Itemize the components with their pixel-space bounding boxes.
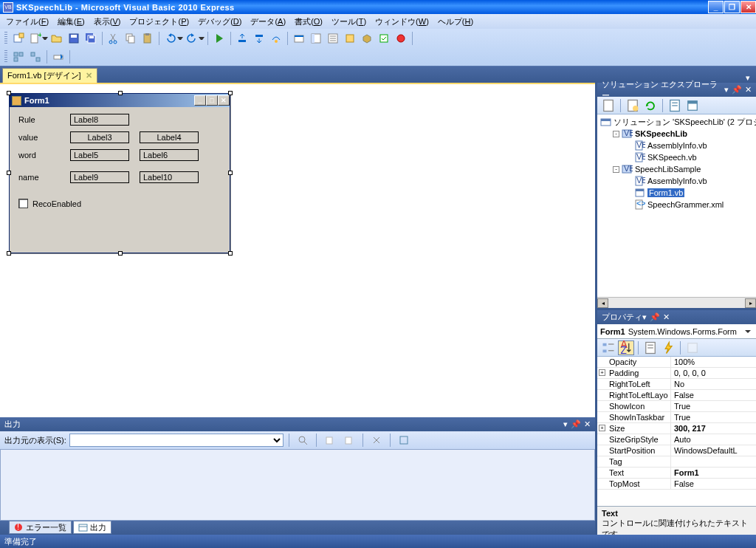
- tree-item[interactable]: -VBSKSpeechLib: [600, 128, 753, 140]
- pin-icon[interactable]: 📌: [732, 85, 742, 95]
- horizontal-scrollbar[interactable]: ◂ ▸: [597, 297, 756, 308]
- resize-handle[interactable]: [7, 251, 11, 256]
- view-designer-button[interactable]: [684, 98, 701, 113]
- close-button[interactable]: ✕: [740, 1, 756, 13]
- tree-expander[interactable]: -: [613, 131, 619, 137]
- menu-表示[interactable]: 表示(V): [89, 15, 126, 29]
- properties-button[interactable]: [325, 30, 341, 47]
- tab-overflow-icon[interactable]: ▾: [746, 73, 750, 83]
- form-label-control[interactable]: Label10: [140, 171, 199, 183]
- property-value[interactable]: 300, 217: [671, 423, 756, 434]
- solution-explorer-button[interactable]: [308, 30, 324, 47]
- object-browser-button[interactable]: [342, 30, 358, 47]
- property-row[interactable]: +Padding0, 0, 0, 0: [597, 368, 756, 379]
- paste-button[interactable]: [140, 30, 156, 47]
- form-designer-surface[interactable]: Form1 _ □ ✕ RuleLabel8valueLabel3Label4w…: [0, 83, 595, 417]
- toolbox-button[interactable]: [359, 30, 375, 47]
- new-project-button[interactable]: [10, 30, 27, 47]
- form-label-control[interactable]: Label3: [70, 131, 129, 143]
- close-icon[interactable]: ✕: [584, 419, 591, 429]
- menu-データ[interactable]: データ(A): [246, 15, 290, 29]
- form-client-area[interactable]: RuleLabel8valueLabel3Label4wordLabel5Lab…: [10, 107, 230, 214]
- properties-object-selector[interactable]: Form1 System.Windows.Forms.Form: [597, 324, 756, 339]
- form-checkbox-row[interactable]: RecoEnabled: [18, 199, 221, 208]
- property-value[interactable]: False: [671, 390, 756, 400]
- form-label-control[interactable]: Label5: [70, 149, 129, 161]
- checkbox[interactable]: [18, 199, 28, 208]
- view-code-button[interactable]: [667, 98, 683, 113]
- form-label[interactable]: name: [18, 173, 70, 182]
- resize-handle[interactable]: [118, 91, 123, 95]
- properties-button[interactable]: [600, 98, 616, 113]
- form-label-control[interactable]: Label9: [70, 171, 129, 183]
- scroll-left-button[interactable]: ◂: [597, 298, 608, 308]
- property-value[interactable]: No: [671, 379, 756, 389]
- property-value[interactable]: Auto: [671, 434, 756, 445]
- property-row[interactable]: RightToLeftLayoFalse: [597, 390, 756, 401]
- add-item-button[interactable]: +: [27, 30, 44, 47]
- tree-item[interactable]: <>SpeechGrammer.xml: [600, 199, 753, 210]
- maximize-button[interactable]: ❐: [724, 1, 740, 13]
- property-value[interactable]: False: [671, 479, 756, 489]
- close-icon[interactable]: ✕: [745, 85, 752, 95]
- menu-書式[interactable]: 書式(O): [290, 15, 327, 29]
- step-into-button[interactable]: [251, 30, 267, 47]
- close-tab-icon[interactable]: ✕: [86, 71, 92, 81]
- output-text-area[interactable]: [0, 449, 595, 521]
- property-value[interactable]: WindowsDefaultL: [671, 445, 756, 456]
- start-debug-button[interactable]: [211, 30, 227, 47]
- find-button[interactable]: [291, 30, 307, 47]
- properties-grid[interactable]: Opacity100%+Padding0, 0, 0, 0RightToLeft…: [597, 357, 756, 506]
- redo-button[interactable]: [184, 30, 200, 47]
- dropdown-caret-icon[interactable]: [177, 37, 183, 40]
- property-expander[interactable]: +: [599, 369, 605, 376]
- form-label-control[interactable]: Label8: [70, 114, 129, 126]
- align-grid-button[interactable]: [10, 49, 27, 65]
- tab-order-button[interactable]: [50, 49, 66, 65]
- tree-item[interactable]: -VBSpeechLibSample: [600, 163, 753, 175]
- form-label[interactable]: word: [18, 151, 70, 160]
- resize-handle[interactable]: [228, 171, 233, 175]
- pin-icon[interactable]: 📌: [650, 312, 660, 322]
- tree-item[interactable]: ソリューション 'SKSpeechLib' (2 プロジェクト): [600, 116, 753, 128]
- property-row[interactable]: RightToLeftNo: [597, 379, 756, 390]
- resize-handle[interactable]: [228, 91, 233, 95]
- tab-output[interactable]: 出力: [73, 521, 111, 534]
- resize-handle[interactable]: [7, 91, 11, 95]
- property-row[interactable]: +Size300, 217: [597, 423, 756, 434]
- undo-button[interactable]: [162, 30, 179, 47]
- property-value[interactable]: True: [671, 412, 756, 422]
- resize-handle[interactable]: [118, 251, 123, 256]
- solution-explorer-header[interactable]: ソリューション エクスプローラー ▾ 📌 ✕: [597, 83, 756, 97]
- output-prev-button[interactable]: [322, 432, 338, 448]
- tree-item[interactable]: Form1.vb: [600, 187, 753, 199]
- extension-button[interactable]: [393, 30, 409, 47]
- form-label-control[interactable]: Label4: [140, 131, 199, 143]
- output-source-select[interactable]: [69, 434, 284, 447]
- property-row[interactable]: SizeGripStyleAuto: [597, 434, 756, 445]
- properties-button[interactable]: [642, 340, 659, 355]
- scroll-right-button[interactable]: ▸: [745, 298, 756, 308]
- toolbar-grip[interactable]: [4, 50, 7, 64]
- pin-icon[interactable]: 📌: [571, 419, 581, 429]
- resize-handle[interactable]: [228, 251, 233, 256]
- save-all-button[interactable]: [83, 30, 99, 47]
- output-clear-button[interactable]: [368, 432, 385, 448]
- tab-error-list[interactable]: ! エラー一覧: [9, 521, 72, 534]
- property-value[interactable]: True: [671, 401, 756, 411]
- form-label[interactable]: Rule: [18, 115, 70, 124]
- events-button[interactable]: [660, 340, 676, 355]
- property-row[interactable]: StartPositionWindowsDefaultL: [597, 445, 756, 456]
- toolbar-grip[interactable]: [4, 32, 7, 45]
- save-button[interactable]: [66, 30, 82, 47]
- form-label-control[interactable]: Label6: [140, 149, 199, 161]
- menu-ツール[interactable]: ツール(T): [327, 15, 371, 29]
- dropdown-caret-icon[interactable]: [199, 37, 205, 40]
- open-button[interactable]: [49, 30, 65, 47]
- property-value[interactable]: Form1: [671, 467, 756, 478]
- property-expander[interactable]: +: [599, 425, 605, 431]
- property-row[interactable]: TopMostFalse: [597, 479, 756, 490]
- property-value[interactable]: 100%: [671, 357, 756, 367]
- copy-button[interactable]: [123, 30, 139, 47]
- property-row[interactable]: ShowIconTrue: [597, 401, 756, 412]
